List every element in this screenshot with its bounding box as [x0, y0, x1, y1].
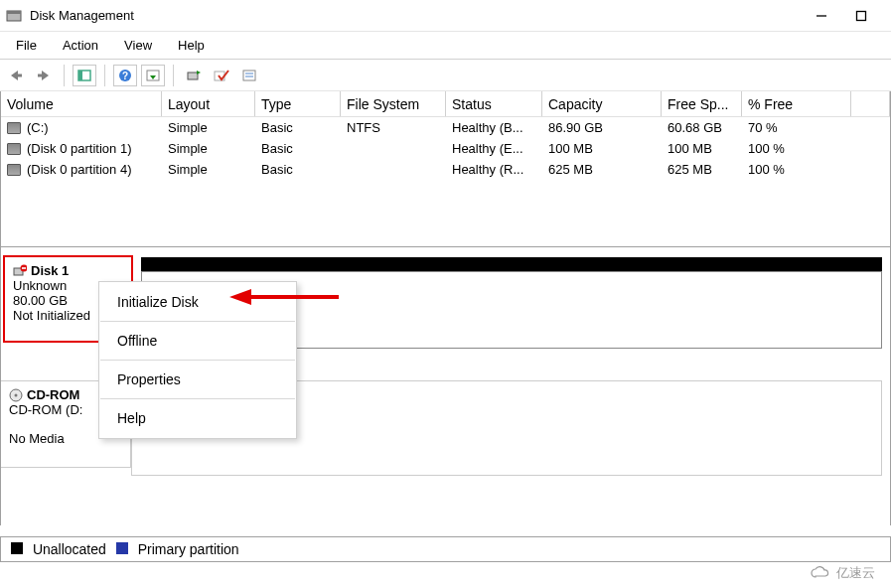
cell-type: Basic — [255, 161, 341, 178]
ctx-separator — [100, 360, 295, 361]
cell-volume: (Disk 0 partition 4) — [1, 161, 162, 178]
col-spare — [851, 91, 890, 116]
toolbar-separator — [173, 65, 174, 86]
ctx-initialize-disk[interactable]: Initialize Disk — [99, 286, 296, 318]
cell-fs: NTFS — [341, 119, 446, 136]
svg-text:?: ? — [122, 71, 128, 81]
nav-forward-button[interactable] — [32, 65, 56, 86]
menu-help[interactable]: Help — [166, 34, 217, 57]
svg-rect-7 — [78, 71, 82, 80]
toolbar-separator — [64, 65, 65, 86]
menu-bar: File Action View Help — [0, 32, 891, 60]
svg-rect-11 — [188, 73, 198, 79]
svg-rect-3 — [857, 11, 866, 20]
ctx-separator — [100, 398, 295, 399]
cell-fs — [341, 148, 446, 150]
refresh-button[interactable] — [182, 65, 206, 86]
ctx-properties[interactable]: Properties — [99, 364, 296, 395]
col-type[interactable]: Type — [255, 91, 341, 116]
cell-volume: (C:) — [1, 119, 162, 136]
swatch-unallocated-icon — [11, 542, 23, 554]
cell-status: Healthy (E... — [446, 140, 542, 157]
menu-action[interactable]: Action — [51, 34, 110, 57]
toolbar: ? — [0, 60, 891, 91]
cell-status: Healthy (R... — [446, 161, 542, 178]
ctx-offline[interactable]: Offline — [99, 325, 296, 357]
cell-layout: Simple — [162, 140, 255, 157]
disk-graphical-view: Disk 1 Unknown 80.00 GB Not Initialized … — [0, 247, 891, 525]
maximize-button[interactable] — [855, 10, 867, 22]
cell-free: 60.68 GB — [662, 119, 742, 136]
help-button[interactable]: ? — [113, 65, 137, 86]
minimize-button[interactable] — [816, 10, 827, 22]
cell-free: 100 MB — [662, 140, 742, 157]
svg-rect-4 — [17, 74, 22, 76]
cell-layout: Simple — [162, 119, 255, 136]
cell-pct: 100 % — [742, 140, 851, 157]
app-icon — [6, 8, 22, 24]
svg-rect-1 — [7, 11, 21, 14]
svg-rect-5 — [38, 74, 43, 76]
col-fs[interactable]: File System — [341, 91, 446, 116]
volume-icon — [7, 122, 21, 134]
context-menu: Initialize Disk Offline Properties Help — [98, 281, 297, 439]
unallocated-header-bar — [141, 257, 882, 271]
legend-primary: Primary partition — [116, 541, 239, 557]
legend-primary-label: Primary partition — [138, 541, 239, 557]
cell-type: Basic — [255, 119, 341, 136]
cloud-icon — [810, 566, 831, 580]
col-volume[interactable]: Volume — [1, 91, 162, 116]
col-status[interactable]: Status — [446, 91, 542, 116]
disk1-name: Disk 1 — [31, 263, 69, 278]
window-title: Disk Management — [30, 8, 134, 23]
settings-check-button[interactable] — [210, 65, 233, 86]
table-row[interactable]: (Disk 0 partition 4)SimpleBasicHealthy (… — [1, 159, 890, 180]
disk-error-icon — [13, 264, 27, 278]
legend-unallocated-label: Unallocated — [33, 541, 106, 557]
col-pct[interactable]: % Free — [742, 91, 851, 116]
ctx-separator — [100, 321, 295, 322]
cell-capacity: 100 MB — [542, 140, 662, 157]
table-row[interactable]: (C:)SimpleBasicNTFSHealthy (B...86.90 GB… — [1, 117, 890, 138]
svg-rect-13 — [243, 71, 255, 80]
toolbar-separator — [104, 65, 105, 86]
cell-pct: 100 % — [742, 161, 851, 178]
swatch-primary-icon — [116, 542, 128, 554]
cell-volume: (Disk 0 partition 1) — [1, 140, 162, 157]
cell-fs — [341, 169, 446, 171]
cell-capacity: 86.90 GB — [542, 119, 662, 136]
nav-back-button[interactable] — [4, 65, 28, 86]
action-list-button[interactable] — [141, 65, 165, 86]
watermark-text: 亿速云 — [836, 564, 875, 582]
svg-point-20 — [15, 393, 18, 396]
volume-list: Volume Layout Type File System Status Ca… — [0, 91, 891, 247]
volume-list-header: Volume Layout Type File System Status Ca… — [1, 91, 890, 117]
watermark: 亿速云 — [804, 562, 881, 584]
col-free[interactable]: Free Sp... — [662, 91, 742, 116]
cell-free: 625 MB — [662, 161, 742, 178]
legend-unallocated: Unallocated — [11, 541, 106, 557]
title-bar: Disk Management — [0, 0, 891, 32]
cell-status: Healthy (B... — [446, 119, 542, 136]
volume-icon — [7, 143, 21, 155]
cdrom-name: CD-ROM — [27, 387, 79, 402]
table-row[interactable]: (Disk 0 partition 1)SimpleBasicHealthy (… — [1, 138, 890, 159]
ctx-help[interactable]: Help — [99, 402, 296, 434]
menu-view[interactable]: View — [112, 34, 164, 57]
show-hide-button[interactable] — [73, 65, 96, 86]
cell-layout: Simple — [162, 161, 255, 178]
cell-capacity: 625 MB — [542, 161, 662, 178]
cell-type: Basic — [255, 140, 341, 157]
cell-pct: 70 % — [742, 119, 851, 136]
svg-rect-18 — [22, 267, 26, 269]
col-capacity[interactable]: Capacity — [542, 91, 662, 116]
volume-icon — [7, 164, 21, 176]
view-list-button[interactable] — [237, 65, 261, 86]
legend-bar: Unallocated Primary partition — [0, 536, 891, 562]
cdrom-icon — [9, 388, 23, 402]
col-layout[interactable]: Layout — [162, 91, 255, 116]
menu-file[interactable]: File — [4, 34, 49, 57]
